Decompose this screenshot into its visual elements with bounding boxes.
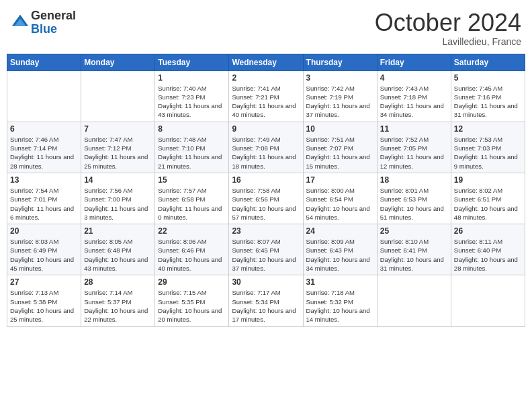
calendar-day-cell: 19Sunrise: 8:02 AMSunset: 6:51 PMDayligh… xyxy=(451,173,525,224)
page-header: General Blue October 2024 Lavilledieu, F… xyxy=(7,7,525,50)
day-number: 2 xyxy=(232,73,300,83)
calendar-day-cell: 14Sunrise: 7:56 AMSunset: 7:00 PMDayligh… xyxy=(81,173,155,224)
column-header-sunday: Sunday xyxy=(7,54,81,71)
day-info: Sunrise: 7:41 AMSunset: 7:21 PMDaylight:… xyxy=(232,84,300,120)
calendar-day-cell: 8Sunrise: 7:48 AMSunset: 7:10 PMDaylight… xyxy=(155,122,229,173)
day-number: 13 xyxy=(10,175,78,185)
day-number: 31 xyxy=(306,277,374,287)
calendar-day-cell xyxy=(377,275,451,326)
logo-general-text: General xyxy=(31,9,76,23)
day-info: Sunrise: 7:54 AMSunset: 7:01 PMDaylight:… xyxy=(10,186,78,222)
day-info: Sunrise: 7:18 AMSunset: 5:32 PMDaylight:… xyxy=(306,288,374,324)
calendar-day-cell: 21Sunrise: 8:05 AMSunset: 6:48 PMDayligh… xyxy=(81,224,155,275)
logo-blue-text: Blue xyxy=(31,23,76,36)
calendar-day-cell: 31Sunrise: 7:18 AMSunset: 5:32 PMDayligh… xyxy=(303,275,377,326)
day-info: Sunrise: 7:57 AMSunset: 6:58 PMDaylight:… xyxy=(158,186,226,222)
day-info: Sunrise: 8:05 AMSunset: 6:48 PMDaylight:… xyxy=(84,237,152,273)
day-info: Sunrise: 8:07 AMSunset: 6:45 PMDaylight:… xyxy=(232,237,300,273)
day-number: 27 xyxy=(10,277,78,287)
calendar-week-row: 27Sunrise: 7:13 AMSunset: 5:38 PMDayligh… xyxy=(7,275,525,326)
day-info: Sunrise: 8:06 AMSunset: 6:46 PMDaylight:… xyxy=(158,237,226,273)
calendar-day-cell: 12Sunrise: 7:53 AMSunset: 7:03 PMDayligh… xyxy=(451,122,525,173)
calendar-day-cell: 20Sunrise: 8:03 AMSunset: 6:49 PMDayligh… xyxy=(7,224,81,275)
calendar-day-cell: 11Sunrise: 7:52 AMSunset: 7:05 PMDayligh… xyxy=(377,122,451,173)
location-subtitle: Lavilledieu, France xyxy=(375,36,521,47)
day-info: Sunrise: 8:09 AMSunset: 6:43 PMDaylight:… xyxy=(306,237,374,273)
day-number: 11 xyxy=(380,124,448,134)
day-info: Sunrise: 8:10 AMSunset: 6:41 PMDaylight:… xyxy=(380,237,448,273)
day-info: Sunrise: 8:00 AMSunset: 6:54 PMDaylight:… xyxy=(306,186,374,222)
day-number: 19 xyxy=(454,175,522,185)
day-number: 14 xyxy=(84,175,152,185)
calendar-day-cell: 28Sunrise: 7:14 AMSunset: 5:37 PMDayligh… xyxy=(81,275,155,326)
day-number: 12 xyxy=(454,124,522,134)
day-info: Sunrise: 7:49 AMSunset: 7:08 PMDaylight:… xyxy=(232,135,300,171)
calendar-day-cell: 17Sunrise: 8:00 AMSunset: 6:54 PMDayligh… xyxy=(303,173,377,224)
calendar-week-row: 13Sunrise: 7:54 AMSunset: 7:01 PMDayligh… xyxy=(7,173,525,224)
calendar-table: SundayMondayTuesdayWednesdayThursdayFrid… xyxy=(7,54,525,327)
day-info: Sunrise: 7:13 AMSunset: 5:38 PMDaylight:… xyxy=(10,288,78,324)
day-info: Sunrise: 7:15 AMSunset: 5:35 PMDaylight:… xyxy=(158,288,226,324)
day-info: Sunrise: 7:46 AMSunset: 7:14 PMDaylight:… xyxy=(10,135,78,171)
calendar-day-cell: 15Sunrise: 7:57 AMSunset: 6:58 PMDayligh… xyxy=(155,173,229,224)
day-info: Sunrise: 8:03 AMSunset: 6:49 PMDaylight:… xyxy=(10,237,78,273)
day-info: Sunrise: 7:45 AMSunset: 7:16 PMDaylight:… xyxy=(454,84,522,120)
column-header-saturday: Saturday xyxy=(451,54,525,71)
month-title: October 2024 xyxy=(375,9,521,36)
calendar-day-cell: 16Sunrise: 7:58 AMSunset: 6:56 PMDayligh… xyxy=(229,173,303,224)
calendar-day-cell: 9Sunrise: 7:49 AMSunset: 7:08 PMDaylight… xyxy=(229,122,303,173)
calendar-day-cell: 10Sunrise: 7:51 AMSunset: 7:07 PMDayligh… xyxy=(303,122,377,173)
calendar-day-cell: 30Sunrise: 7:17 AMSunset: 5:34 PMDayligh… xyxy=(229,275,303,326)
calendar-day-cell: 27Sunrise: 7:13 AMSunset: 5:38 PMDayligh… xyxy=(7,275,81,326)
day-number: 30 xyxy=(232,277,300,287)
day-info: Sunrise: 8:01 AMSunset: 6:53 PMDaylight:… xyxy=(380,186,448,222)
calendar-day-cell: 24Sunrise: 8:09 AMSunset: 6:43 PMDayligh… xyxy=(303,224,377,275)
day-info: Sunrise: 7:56 AMSunset: 7:00 PMDaylight:… xyxy=(84,186,152,222)
day-number: 15 xyxy=(158,175,226,185)
calendar-day-cell: 7Sunrise: 7:47 AMSunset: 7:12 PMDaylight… xyxy=(81,122,155,173)
calendar-day-cell: 3Sunrise: 7:42 AMSunset: 7:19 PMDaylight… xyxy=(303,71,377,122)
column-header-monday: Monday xyxy=(81,54,155,71)
day-info: Sunrise: 7:40 AMSunset: 7:23 PMDaylight:… xyxy=(158,84,226,120)
day-info: Sunrise: 7:47 AMSunset: 7:12 PMDaylight:… xyxy=(84,135,152,171)
day-number: 25 xyxy=(380,226,448,236)
column-header-tuesday: Tuesday xyxy=(155,54,229,71)
day-number: 21 xyxy=(84,226,152,236)
column-header-thursday: Thursday xyxy=(303,54,377,71)
day-info: Sunrise: 7:51 AMSunset: 7:07 PMDaylight:… xyxy=(306,135,374,171)
day-number: 26 xyxy=(454,226,522,236)
day-info: Sunrise: 7:14 AMSunset: 5:37 PMDaylight:… xyxy=(84,288,152,324)
logo-text: General Blue xyxy=(31,9,76,36)
calendar-day-cell: 6Sunrise: 7:46 AMSunset: 7:14 PMDaylight… xyxy=(7,122,81,173)
day-number: 5 xyxy=(454,73,522,83)
calendar-day-cell: 1Sunrise: 7:40 AMSunset: 7:23 PMDaylight… xyxy=(155,71,229,122)
title-section: October 2024 Lavilledieu, France xyxy=(375,9,521,47)
day-number: 6 xyxy=(10,124,78,134)
day-number: 8 xyxy=(158,124,226,134)
day-number: 1 xyxy=(158,73,226,83)
calendar-day-cell: 4Sunrise: 7:43 AMSunset: 7:18 PMDaylight… xyxy=(377,71,451,122)
calendar-day-cell xyxy=(7,71,81,122)
day-info: Sunrise: 8:11 AMSunset: 6:40 PMDaylight:… xyxy=(454,237,522,273)
calendar-day-cell: 22Sunrise: 8:06 AMSunset: 6:46 PMDayligh… xyxy=(155,224,229,275)
day-info: Sunrise: 7:52 AMSunset: 7:05 PMDaylight:… xyxy=(380,135,448,171)
calendar-week-row: 6Sunrise: 7:46 AMSunset: 7:14 PMDaylight… xyxy=(7,122,525,173)
calendar-week-row: 1Sunrise: 7:40 AMSunset: 7:23 PMDaylight… xyxy=(7,71,525,122)
day-info: Sunrise: 7:48 AMSunset: 7:10 PMDaylight:… xyxy=(158,135,226,171)
day-number: 7 xyxy=(84,124,152,134)
day-number: 28 xyxy=(84,277,152,287)
calendar-day-cell: 18Sunrise: 8:01 AMSunset: 6:53 PMDayligh… xyxy=(377,173,451,224)
day-number: 20 xyxy=(10,226,78,236)
calendar-day-cell: 5Sunrise: 7:45 AMSunset: 7:16 PMDaylight… xyxy=(451,71,525,122)
logo: General Blue xyxy=(11,9,76,36)
day-number: 23 xyxy=(232,226,300,236)
day-info: Sunrise: 7:58 AMSunset: 6:56 PMDaylight:… xyxy=(232,186,300,222)
calendar-day-cell: 25Sunrise: 8:10 AMSunset: 6:41 PMDayligh… xyxy=(377,224,451,275)
logo-icon xyxy=(11,13,30,32)
calendar-day-cell: 13Sunrise: 7:54 AMSunset: 7:01 PMDayligh… xyxy=(7,173,81,224)
column-header-wednesday: Wednesday xyxy=(229,54,303,71)
day-number: 16 xyxy=(232,175,300,185)
column-header-friday: Friday xyxy=(377,54,451,71)
calendar-header-row: SundayMondayTuesdayWednesdayThursdayFrid… xyxy=(7,54,525,71)
calendar-day-cell: 23Sunrise: 8:07 AMSunset: 6:45 PMDayligh… xyxy=(229,224,303,275)
